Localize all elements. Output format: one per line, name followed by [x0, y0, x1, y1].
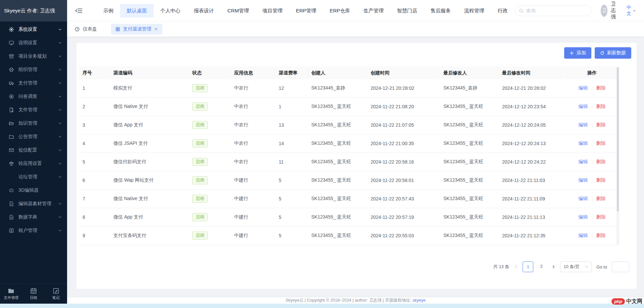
- collapse-sidebar-icon[interactable]: [75, 8, 83, 14]
- page-number[interactable]: 2: [536, 261, 547, 272]
- edit-link[interactable]: 编辑: [579, 122, 588, 128]
- top-nav-item[interactable]: 售后服务: [424, 4, 458, 17]
- table-row: 2 微信 Native 支付 启用 中农行 1 SK123455_ 蓝天旺 20…: [79, 98, 616, 116]
- col-header: 应用信息: [231, 69, 275, 76]
- edit-link[interactable]: 编辑: [579, 85, 588, 91]
- edit-link[interactable]: 编辑: [579, 233, 588, 239]
- col-header: 操作: [568, 69, 616, 76]
- tab-dashboard[interactable]: 仪表盘: [74, 26, 97, 32]
- delete-link[interactable]: 删除: [596, 85, 606, 91]
- cell-modified-time: 2024-12-21 20:28:02: [499, 85, 568, 91]
- cell-app-info: 中农行: [231, 104, 275, 110]
- svg-text:R: R: [10, 216, 12, 219]
- top-nav-item[interactable]: 流程管理: [458, 4, 491, 17]
- cell-created-time: 2024-11-22 20:58:16: [367, 159, 440, 165]
- delete-link[interactable]: 删除: [596, 159, 606, 165]
- col-header: 序号: [79, 69, 110, 76]
- top-nav-item[interactable]: 行政: [491, 4, 515, 17]
- monitor-icon: [9, 40, 14, 46]
- search-box[interactable]: [515, 5, 591, 16]
- user-name[interactable]: 卫志强: [611, 1, 619, 20]
- page-number[interactable]: 1: [523, 261, 533, 272]
- delete-link[interactable]: 删除: [596, 104, 606, 110]
- add-button[interactable]: 添加: [564, 47, 591, 59]
- delete-link[interactable]: 删除: [596, 140, 606, 146]
- refresh-button[interactable]: 刷新数据: [595, 47, 631, 59]
- edit-link[interactable]: 编辑: [579, 177, 588, 183]
- sidebar-item[interactable]: P 编辑器素材管理: [0, 197, 67, 210]
- delete-link[interactable]: 删除: [596, 196, 606, 202]
- sidebar-item[interactable]: 问卷调查: [0, 90, 67, 103]
- edit-link[interactable]: 编辑: [579, 196, 588, 202]
- source-link[interactable]: skyeye: [413, 298, 426, 303]
- top-nav-item[interactable]: ERP仓库: [323, 4, 357, 17]
- top-nav-item[interactable]: 报表设计: [187, 4, 221, 17]
- sidebar-shortcut[interactable]: 日程: [22, 288, 45, 300]
- chevron-down-icon: [58, 95, 62, 98]
- status-badge: 启用: [192, 158, 208, 166]
- sidebar-item[interactable]: 组织管理: [0, 63, 67, 76]
- sidebar-item[interactable]: 说明设置: [0, 36, 67, 50]
- search-input[interactable]: [526, 8, 587, 13]
- table-row: 8 微信 App 支付 启用 中建行 5 SK123455_ 蓝天旺 2024-…: [79, 208, 616, 227]
- edit-link[interactable]: 编辑: [579, 104, 588, 110]
- sidebar-item[interactable]: 租户管理: [0, 224, 67, 237]
- top-nav-item[interactable]: CRM管理: [221, 4, 256, 17]
- sidebar-item[interactable]: R 数据字典: [0, 210, 67, 224]
- tab-payment-channel[interactable]: 支付渠道管理: [111, 24, 162, 35]
- sidebar-item[interactable]: 知识管理: [0, 117, 67, 130]
- table-row: 3 微信 App 支付 启用 中农行 13 SK123455_ 蓝天旺 2024…: [79, 116, 616, 134]
- delete-link[interactable]: 删除: [596, 122, 606, 128]
- top-nav-item[interactable]: ERP管理: [289, 4, 323, 17]
- close-icon[interactable]: [154, 27, 158, 31]
- edit-link[interactable]: 编辑: [579, 214, 588, 220]
- file-p-icon: P: [9, 201, 14, 206]
- top-nav-item[interactable]: 默认桌面: [120, 4, 154, 17]
- sidebar-item[interactable]: 轻应用设置: [0, 157, 67, 170]
- top-nav-item[interactable]: 项目管理: [256, 4, 289, 17]
- delete-link[interactable]: 删除: [596, 214, 606, 220]
- scrollbar-thumb[interactable]: [617, 67, 619, 211]
- cell-actions: 编辑 删除: [568, 104, 616, 110]
- cell-index: 4: [79, 141, 110, 146]
- cell-channel-code: 微信 JSAPI 支付: [110, 140, 189, 146]
- sidebar-item[interactable]: 3D编辑器: [0, 184, 67, 197]
- status-badge: 启用: [192, 121, 208, 129]
- sidebar-shortcut[interactable]: 笔记: [45, 288, 67, 300]
- edit-link[interactable]: 编辑: [579, 159, 588, 165]
- prev-page-icon[interactable]: [514, 265, 518, 269]
- top-nav-item[interactable]: 智慧门店: [390, 4, 424, 17]
- cell-created-time: 2024-11-22 21:08:20: [367, 104, 440, 109]
- top-nav-item[interactable]: 个人中心: [154, 4, 187, 17]
- cell-modified-time: 2024-11-22 21:11:13: [499, 214, 568, 220]
- top-nav-item[interactable]: 示例: [97, 4, 120, 17]
- page-size-select[interactable]: 10 条/页: [560, 261, 592, 272]
- cell-status: 启用: [189, 139, 231, 147]
- table-row: 9 支付宝条码支付 启用 中建行 5 SK123455_ 蓝天旺 2024-11…: [79, 227, 616, 245]
- cell-created-time: 2024-11-22 20:57:43: [367, 196, 440, 201]
- top-nav-item[interactable]: 生产管理: [357, 4, 390, 17]
- table-row: 4 微信 JSAPI 支付 启用 中农行 14 SK123455_ 蓝天旺 20…: [79, 134, 616, 153]
- sidebar-item[interactable]: 支付管理: [0, 76, 67, 90]
- folder-open-icon: [9, 121, 14, 126]
- sidebar-item[interactable]: 文件管理: [0, 103, 67, 117]
- language-switcher[interactable]: 中文: [627, 5, 636, 17]
- sidebar-item[interactable]: 论坛管理: [0, 170, 67, 184]
- sidebar-item[interactable]: 系统设置: [0, 23, 67, 36]
- goto-page-input[interactable]: [612, 261, 629, 272]
- cell-channel-code: 模拟支付: [110, 85, 189, 91]
- avatar[interactable]: 卫: [601, 5, 607, 17]
- sidebar-item[interactable]: 短信配置: [0, 143, 67, 157]
- next-page-icon[interactable]: [551, 265, 555, 269]
- sidebar-item[interactable]: 项目业务规划: [0, 50, 67, 63]
- action-divider: [592, 215, 592, 220]
- delete-link[interactable]: 删除: [596, 233, 606, 239]
- sidebar-item[interactable]: 公告管理: [0, 130, 67, 143]
- status-badge: 启用: [192, 139, 208, 147]
- action-divider: [592, 178, 592, 183]
- sidebar-shortcut[interactable]: 文件管理: [0, 288, 22, 300]
- status-badge: 启用: [192, 213, 208, 221]
- table-scrollbar[interactable]: [616, 66, 619, 245]
- edit-link[interactable]: 编辑: [579, 140, 588, 146]
- delete-link[interactable]: 删除: [596, 177, 606, 183]
